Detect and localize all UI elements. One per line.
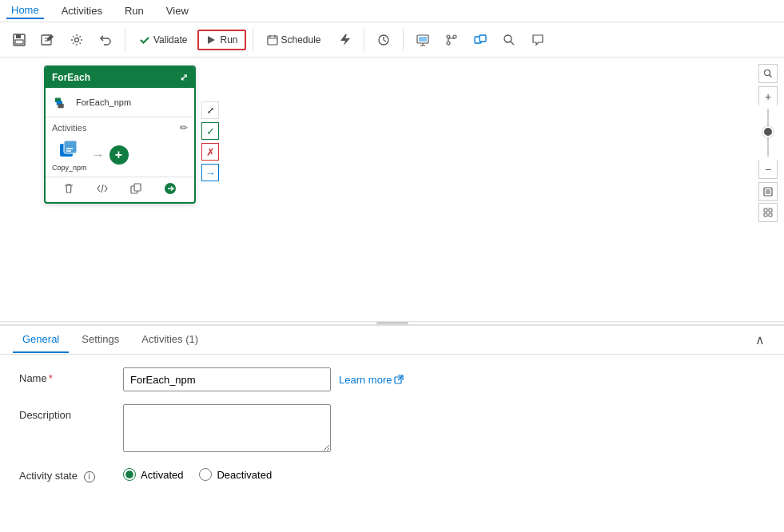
svg-rect-13 xyxy=(480,35,486,42)
panel-content: Name* Learn more xyxy=(0,355,784,532)
side-indicators: ⤢ ✓ ✗ → xyxy=(201,101,219,181)
copy-npm-icon xyxy=(58,138,82,162)
zoom-search-button[interactable] xyxy=(758,64,778,83)
run-button[interactable]: Run xyxy=(197,30,245,50)
svg-rect-5 xyxy=(268,36,277,45)
radio-activated[interactable]: Activated xyxy=(123,468,183,481)
zoom-layout-buttons xyxy=(758,182,778,222)
edit-button[interactable] xyxy=(35,27,61,53)
tab-settings[interactable]: Settings xyxy=(72,327,129,353)
svg-rect-29 xyxy=(769,213,772,216)
feedback-button[interactable] xyxy=(525,27,551,53)
add-activity-button[interactable]: + xyxy=(109,145,129,165)
zoom-slider-thumb[interactable] xyxy=(762,126,774,137)
copy-node-button[interactable] xyxy=(129,181,143,198)
schedule-button[interactable]: Schedule xyxy=(260,30,328,50)
validate-button[interactable]: Validate xyxy=(132,30,194,50)
layout-fit-button[interactable] xyxy=(758,182,778,201)
activities-section: Activities ✏ Copy_npm xyxy=(46,117,194,177)
foreach-title-row: ForEach_npm xyxy=(46,88,194,117)
zoom-controls: + − xyxy=(758,64,778,222)
form-row-description: Description xyxy=(19,404,765,452)
svg-rect-21 xyxy=(134,184,141,191)
branch-button[interactable] xyxy=(439,27,464,53)
copy-npm-node[interactable]: Copy_npm xyxy=(52,138,87,172)
edit-activities-icon[interactable]: ✏ xyxy=(180,122,188,133)
svg-rect-2 xyxy=(15,40,23,44)
svg-rect-17 xyxy=(58,104,64,108)
code-view-button[interactable] xyxy=(95,181,109,198)
panel-collapse-button[interactable]: ∧ xyxy=(749,329,771,351)
name-input[interactable] xyxy=(123,367,331,391)
foreach-title: ForEach xyxy=(52,72,90,83)
activity-state-label: Activity state i xyxy=(19,465,123,482)
radio-activated-input[interactable] xyxy=(123,468,136,481)
zoom-in-button[interactable]: + xyxy=(758,86,778,105)
next-node-button[interactable] xyxy=(162,181,178,199)
save-button[interactable] xyxy=(6,27,32,53)
arrow-connector: → xyxy=(92,148,105,162)
tab-activities[interactable]: Activities (1) xyxy=(132,327,208,353)
panel-tabs: General Settings Activities (1) ∧ xyxy=(0,326,784,355)
tab-general[interactable]: General xyxy=(13,327,69,353)
menu-item-view[interactable]: View xyxy=(161,3,193,18)
svg-rect-27 xyxy=(769,208,772,212)
radio-deactivated[interactable]: Deactivated xyxy=(199,468,272,481)
undo-button[interactable] xyxy=(93,27,118,53)
activities-label-row: Activities ✏ xyxy=(52,122,188,133)
radio-deactivated-input[interactable] xyxy=(199,468,212,481)
zoom-slider[interactable] xyxy=(767,109,769,157)
separator-1 xyxy=(125,29,125,51)
activity-state-control-area: Activated Deactivated xyxy=(123,465,765,481)
main-area: ForEach ⤢ ForEach_npm Activities ✏ xyxy=(0,58,784,532)
foreach-node-icon xyxy=(52,93,71,112)
svg-rect-28 xyxy=(764,213,767,216)
learn-more-link[interactable]: Learn more xyxy=(339,374,404,386)
search-toolbar-button[interactable] xyxy=(496,27,522,53)
svg-rect-26 xyxy=(764,208,767,212)
svg-point-14 xyxy=(504,35,511,42)
separator-4 xyxy=(403,29,404,51)
connect-button[interactable] xyxy=(468,27,493,53)
name-label: Name* xyxy=(19,367,123,384)
history-button[interactable] xyxy=(371,27,396,53)
foreach-node-name: ForEach_npm xyxy=(76,97,131,107)
expand-icon[interactable]: ⤢ xyxy=(180,72,188,83)
toolbar: Validate Run Schedule xyxy=(0,22,784,58)
settings-button[interactable] xyxy=(64,27,90,53)
separator-3 xyxy=(364,29,364,51)
description-input[interactable] xyxy=(123,404,331,452)
indicator-cross[interactable]: ✗ xyxy=(201,143,219,161)
layout-grid-button[interactable] xyxy=(758,203,778,222)
activity-state-info-icon[interactable]: i xyxy=(84,471,95,482)
indicator-check[interactable]: ✓ xyxy=(201,122,219,140)
svg-point-23 xyxy=(765,70,770,76)
form-row-activity-state: Activity state i Activated Deactivated xyxy=(19,465,765,482)
description-label: Description xyxy=(19,404,123,421)
indicator-arrow[interactable]: → xyxy=(201,164,219,181)
zoom-out-button[interactable]: − xyxy=(758,160,778,179)
menu-item-run[interactable]: Run xyxy=(120,3,149,18)
menu-item-home[interactable]: Home xyxy=(6,2,44,19)
canvas-area[interactable]: ForEach ⤢ ForEach_npm Activities ✏ xyxy=(0,58,784,321)
description-control-area xyxy=(123,404,765,452)
foreach-node[interactable]: ForEach ⤢ ForEach_npm Activities ✏ xyxy=(44,66,196,204)
menu-bar: Home Activities Run View xyxy=(0,0,784,22)
svg-rect-1 xyxy=(16,34,21,38)
svg-rect-25 xyxy=(766,189,770,194)
name-control-area: Learn more xyxy=(123,367,765,391)
form-row-name: Name* Learn more xyxy=(19,367,765,391)
delete-node-button[interactable] xyxy=(62,181,76,198)
bottom-panel: General Settings Activities (1) ∧ Name* … xyxy=(0,324,784,532)
foreach-footer xyxy=(46,177,194,202)
copy-npm-label: Copy_npm xyxy=(52,164,87,172)
menu-item-activities[interactable]: Activities xyxy=(57,3,107,18)
svg-point-4 xyxy=(75,38,79,42)
trigger-button[interactable] xyxy=(332,27,357,53)
svg-point-11 xyxy=(447,42,450,45)
foreach-header: ForEach ⤢ xyxy=(46,67,194,88)
monitor-button[interactable] xyxy=(410,27,436,53)
svg-rect-8 xyxy=(419,37,427,42)
indicator-expand[interactable]: ⤢ xyxy=(201,101,219,119)
radio-group: Activated Deactivated xyxy=(123,465,272,481)
